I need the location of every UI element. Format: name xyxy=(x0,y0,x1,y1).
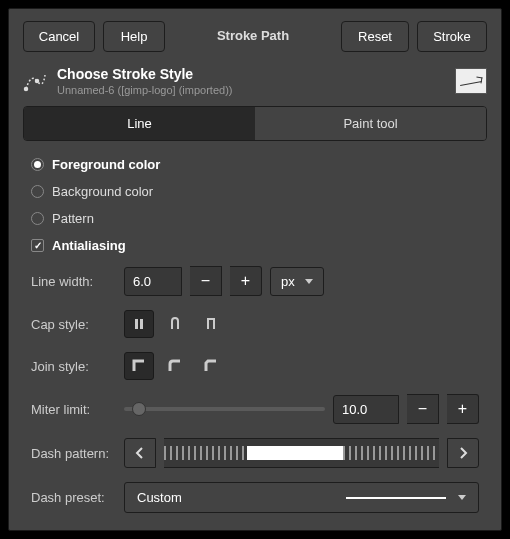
cap-square-button[interactable] xyxy=(196,310,226,338)
preset-preview-line xyxy=(346,497,446,499)
line-width-decrement[interactable]: − xyxy=(190,266,222,296)
content-pane: Foreground color Background color Patter… xyxy=(9,141,501,530)
check-label: Antialiasing xyxy=(52,238,126,253)
join-style-row: Join style: xyxy=(31,349,479,383)
svg-rect-2 xyxy=(135,319,138,329)
radio-icon xyxy=(31,185,44,198)
cap-round-button[interactable] xyxy=(160,310,190,338)
dialog-title: Stroke Path xyxy=(173,21,333,52)
unit-value: px xyxy=(281,274,295,289)
reset-button[interactable]: Reset xyxy=(341,21,409,52)
dash-preset-label: Dash preset: xyxy=(31,490,116,505)
checkbox-antialiasing[interactable]: ✓ Antialiasing xyxy=(31,236,479,255)
line-width-increment[interactable]: + xyxy=(230,266,262,296)
chevron-down-icon xyxy=(305,279,313,284)
chevron-down-icon xyxy=(458,495,466,500)
dash-preset-row: Dash preset: Custom xyxy=(31,479,479,516)
dialog-window: Cancel Help Stroke Path Reset Stroke Cho… xyxy=(8,8,502,531)
radio-icon xyxy=(31,212,44,225)
line-width-label: Line width: xyxy=(31,274,116,289)
dash-scroll-right[interactable] xyxy=(447,438,479,468)
miter-limit-slider[interactable] xyxy=(124,395,325,423)
header-subtitle: Unnamed-6 ([gimp-logo] (imported)) xyxy=(57,84,445,96)
action-bar: Cancel Help Stroke Path Reset Stroke xyxy=(9,9,501,62)
dash-pattern-editor[interactable] xyxy=(164,438,439,468)
tab-paint-tool[interactable]: Paint tool xyxy=(255,107,486,140)
dash-pattern-row: Dash pattern: xyxy=(31,435,479,471)
tab-bar: Line Paint tool xyxy=(23,106,487,141)
dash-preset-select[interactable]: Custom xyxy=(124,482,479,513)
radio-foreground-color[interactable]: Foreground color xyxy=(31,155,479,174)
help-button[interactable]: Help xyxy=(103,21,165,52)
preview-thumbnail xyxy=(455,68,487,94)
radio-label: Pattern xyxy=(52,211,94,226)
join-bevel-button[interactable] xyxy=(196,352,226,380)
stroke-button[interactable]: Stroke xyxy=(417,21,487,52)
join-miter-button[interactable] xyxy=(124,352,154,380)
cap-style-label: Cap style: xyxy=(31,317,116,332)
line-width-input[interactable] xyxy=(124,267,182,296)
cap-butt-button[interactable] xyxy=(124,310,154,338)
cap-style-row: Cap style: xyxy=(31,307,479,341)
radio-label: Foreground color xyxy=(52,157,160,172)
header-title: Choose Stroke Style xyxy=(57,66,445,82)
svg-point-0 xyxy=(25,88,28,91)
join-round-button[interactable] xyxy=(160,352,190,380)
svg-point-1 xyxy=(36,80,39,83)
miter-limit-label: Miter limit: xyxy=(31,402,116,417)
line-width-row: Line width: − + px xyxy=(31,263,479,299)
join-style-label: Join style: xyxy=(31,359,116,374)
unit-select[interactable]: px xyxy=(270,267,324,296)
radio-pattern[interactable]: Pattern xyxy=(31,209,479,228)
header: Choose Stroke Style Unnamed-6 ([gimp-log… xyxy=(9,62,501,106)
radio-background-color[interactable]: Background color xyxy=(31,182,479,201)
radio-icon xyxy=(31,158,44,171)
path-icon xyxy=(23,69,47,93)
svg-rect-3 xyxy=(140,319,143,329)
miter-limit-increment[interactable]: + xyxy=(447,394,479,424)
dash-scroll-left[interactable] xyxy=(124,438,156,468)
dash-pattern-label: Dash pattern: xyxy=(31,446,116,461)
tab-line[interactable]: Line xyxy=(24,107,255,140)
check-icon: ✓ xyxy=(31,239,44,252)
miter-limit-input[interactable] xyxy=(333,395,399,424)
miter-limit-decrement[interactable]: − xyxy=(407,394,439,424)
preset-value: Custom xyxy=(137,490,182,505)
cancel-button[interactable]: Cancel xyxy=(23,21,95,52)
miter-limit-row: Miter limit: − + xyxy=(31,391,479,427)
radio-label: Background color xyxy=(52,184,153,199)
